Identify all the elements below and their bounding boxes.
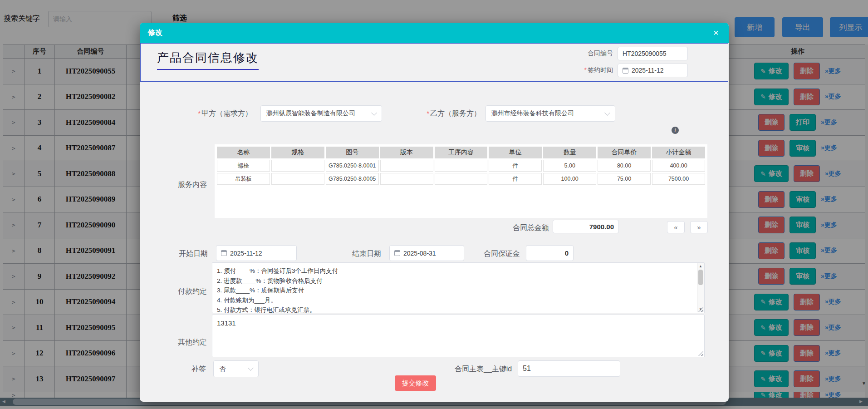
party-a-value: 滁州纵辰智能装备制造有限公司	[266, 109, 355, 118]
service-item-cell	[435, 160, 488, 172]
resign-select[interactable]: 否	[213, 360, 259, 377]
service-column-header: 合同单价	[598, 147, 651, 158]
service-content-label: 服务内容	[178, 180, 207, 190]
submit-modify-button[interactable]: 提交修改	[395, 375, 436, 391]
other-terms-textarea[interactable]: 13131	[212, 315, 705, 357]
service-item-row: 螺栓G785.0250-8.0001件5.0080.00400.00	[217, 160, 705, 172]
sign-date-label: *签约时间	[584, 66, 613, 74]
payment-terms-text: 1. 预付____%：合同签订后3个工作日内支付 2. 进度款____%：货物验…	[212, 263, 704, 318]
resize-handle-icon[interactable]	[698, 351, 703, 356]
service-item-cell: 件	[489, 173, 542, 185]
contract-total-input[interactable]	[553, 220, 619, 233]
service-item-cell	[380, 173, 433, 185]
service-column-header: 数量	[543, 147, 596, 158]
other-terms-text: 13131	[212, 315, 704, 331]
service-column-header: 规格	[271, 147, 324, 158]
prev-page-button[interactable]: «	[667, 221, 685, 233]
service-item-cell: 螺栓	[217, 160, 270, 172]
other-terms-label: 其他约定	[178, 338, 207, 347]
service-item-row: 吊装板G785.0250-8.0005件100.0075.007500.00	[217, 173, 705, 185]
service-item-cell	[380, 160, 433, 172]
service-item-cell: G785.0250-8.0005	[326, 173, 379, 185]
service-item-cell: 5.00	[543, 160, 596, 172]
required-mark: *	[584, 66, 587, 74]
contract-total-label: 合同总金额	[513, 223, 549, 233]
page-title: 产品合同信息修改	[157, 50, 259, 70]
chevron-down-icon	[371, 110, 377, 116]
start-date-input[interactable]: 2025-11-12	[216, 245, 297, 261]
party-a-select[interactable]: 滁州纵辰智能装备制造有限公司	[260, 105, 382, 122]
service-column-header: 单位	[489, 147, 542, 158]
title-section: 产品合同信息修改 合同编号 *签约时间 2025-11-12	[140, 43, 728, 82]
app-window: 搜索关键字 筛选 新增 导出 列显示 序号 合同编号 操作 > 1 HT2025…	[0, 0, 868, 409]
contract-no-input[interactable]	[618, 47, 688, 60]
service-item-cell: 100.00	[543, 173, 596, 185]
service-column-header: 工序内容	[435, 147, 488, 158]
service-item-cell: 件	[489, 160, 542, 172]
sign-date-input[interactable]: 2025-11-12	[618, 64, 688, 77]
resign-label: 补签	[191, 365, 206, 374]
service-item-cell	[271, 160, 324, 172]
contract-no-label: 合同编号	[588, 49, 613, 58]
next-page-button[interactable]: »	[690, 221, 708, 233]
party-b-value: 滁州市经纬装备科技有限公司	[491, 109, 574, 118]
main-id-label: 合同主表__主键id	[455, 365, 512, 374]
calendar-icon	[394, 250, 400, 256]
calendar-icon	[221, 250, 227, 256]
service-item-cell: 80.00	[598, 160, 651, 172]
modal-header: 修改	[140, 23, 729, 43]
chevron-down-icon	[248, 365, 254, 371]
service-item-cell	[435, 173, 488, 185]
service-items-panel: 名称规格图号版本工序内容单位数量合同单价小计金额 螺栓G785.0250-8.0…	[215, 144, 707, 218]
service-column-header: 图号	[326, 147, 379, 158]
service-item-cell: 75.00	[598, 173, 651, 185]
service-item-cell: 400.00	[652, 160, 705, 172]
party-b-label: *乙方（服务方）	[392, 109, 481, 118]
payment-terms-label: 付款约定	[178, 287, 207, 296]
scrollbar-thumb[interactable]	[698, 270, 703, 285]
resign-value: 否	[219, 365, 226, 373]
info-icon[interactable]: i	[672, 127, 679, 134]
end-date-input[interactable]: 2025-08-31	[389, 245, 464, 261]
service-item-cell: G785.0250-8.0001	[326, 160, 379, 172]
party-b-select[interactable]: 滁州市经纬装备科技有限公司	[485, 105, 615, 122]
start-date-label: 开始日期	[179, 249, 208, 259]
service-item-cell: 吊装板	[217, 173, 270, 185]
textarea-scrollbar[interactable]: ▲ ▼	[697, 263, 704, 312]
scroll-up-icon[interactable]: ▲	[697, 264, 704, 268]
modal-title: 修改	[148, 28, 162, 38]
service-column-header: 小计金额	[652, 147, 705, 158]
close-icon[interactable]: ×	[713, 28, 719, 37]
service-column-header: 名称	[217, 147, 270, 158]
service-item-cell	[271, 173, 324, 185]
deposit-input[interactable]	[526, 245, 574, 261]
party-a-label: *甲方（需求方）	[158, 109, 252, 118]
service-items-table: 名称规格图号版本工序内容单位数量合同单价小计金额 螺栓G785.0250-8.0…	[216, 145, 706, 186]
service-column-header: 版本	[380, 147, 433, 158]
chevron-down-icon	[604, 110, 610, 116]
edit-contract-modal: 修改 × 产品合同信息修改 合同编号 *签约时间 2025-11-12	[140, 23, 729, 402]
main-id-input[interactable]	[518, 360, 620, 377]
payment-terms-textarea[interactable]: 1. 预付____%：合同签订后3个工作日内支付 2. 进度款____%：货物验…	[212, 262, 705, 313]
calendar-icon	[623, 68, 628, 74]
deposit-label: 合同保证金	[484, 249, 520, 259]
service-item-cell: 7500.00	[652, 173, 705, 185]
end-date-label: 结束日期	[352, 249, 381, 259]
